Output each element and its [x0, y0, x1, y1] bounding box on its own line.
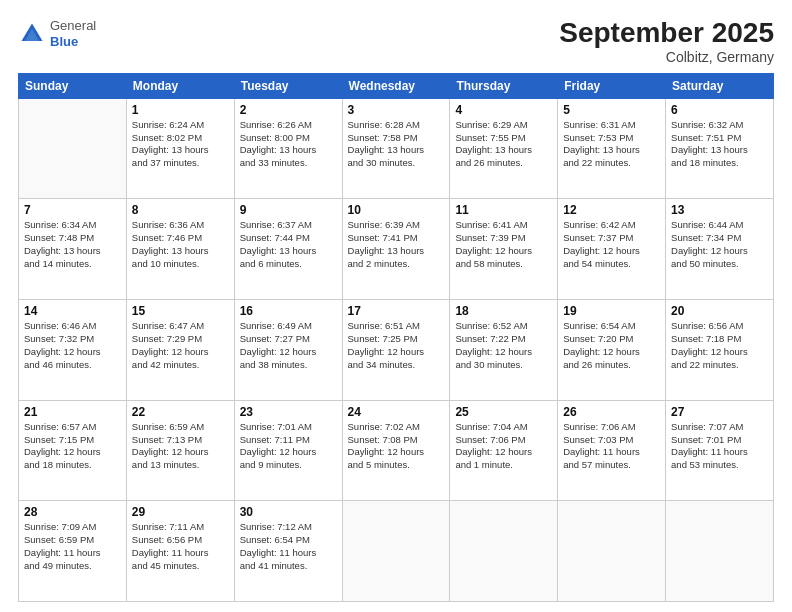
day-info: Sunrise: 6:46 AMSunset: 7:32 PMDaylight:… — [24, 320, 121, 371]
day-info: Sunrise: 6:26 AMSunset: 8:00 PMDaylight:… — [240, 119, 337, 170]
day-info: Sunrise: 6:39 AMSunset: 7:41 PMDaylight:… — [348, 219, 445, 270]
day-info: Sunrise: 6:47 AMSunset: 7:29 PMDaylight:… — [132, 320, 229, 371]
calendar-day-cell: 29Sunrise: 7:11 AMSunset: 6:56 PMDayligh… — [126, 501, 234, 602]
calendar-day-cell: 8Sunrise: 6:36 AMSunset: 7:46 PMDaylight… — [126, 199, 234, 300]
day-info: Sunrise: 6:29 AMSunset: 7:55 PMDaylight:… — [455, 119, 552, 170]
calendar-day-cell: 15Sunrise: 6:47 AMSunset: 7:29 PMDayligh… — [126, 300, 234, 401]
calendar-header-friday: Friday — [558, 73, 666, 98]
calendar-day-cell: 5Sunrise: 6:31 AMSunset: 7:53 PMDaylight… — [558, 98, 666, 199]
header: General Blue September 2025 Colbitz, Ger… — [18, 18, 774, 65]
day-number: 24 — [348, 405, 445, 419]
day-info: Sunrise: 6:57 AMSunset: 7:15 PMDaylight:… — [24, 421, 121, 472]
day-number: 26 — [563, 405, 660, 419]
calendar-table: SundayMondayTuesdayWednesdayThursdayFrid… — [18, 73, 774, 602]
day-number: 27 — [671, 405, 768, 419]
calendar-day-cell: 27Sunrise: 7:07 AMSunset: 7:01 PMDayligh… — [666, 400, 774, 501]
calendar-day-cell: 4Sunrise: 6:29 AMSunset: 7:55 PMDaylight… — [450, 98, 558, 199]
day-number: 22 — [132, 405, 229, 419]
day-info: Sunrise: 6:44 AMSunset: 7:34 PMDaylight:… — [671, 219, 768, 270]
calendar-day-cell: 19Sunrise: 6:54 AMSunset: 7:20 PMDayligh… — [558, 300, 666, 401]
calendar-empty-cell — [558, 501, 666, 602]
day-number: 18 — [455, 304, 552, 318]
calendar-day-cell: 10Sunrise: 6:39 AMSunset: 7:41 PMDayligh… — [342, 199, 450, 300]
day-number: 5 — [563, 103, 660, 117]
day-number: 30 — [240, 505, 337, 519]
calendar-day-cell: 30Sunrise: 7:12 AMSunset: 6:54 PMDayligh… — [234, 501, 342, 602]
day-number: 8 — [132, 203, 229, 217]
day-info: Sunrise: 6:59 AMSunset: 7:13 PMDaylight:… — [132, 421, 229, 472]
day-info: Sunrise: 6:36 AMSunset: 7:46 PMDaylight:… — [132, 219, 229, 270]
day-number: 12 — [563, 203, 660, 217]
day-number: 1 — [132, 103, 229, 117]
day-info: Sunrise: 6:54 AMSunset: 7:20 PMDaylight:… — [563, 320, 660, 371]
day-number: 13 — [671, 203, 768, 217]
day-info: Sunrise: 7:02 AMSunset: 7:08 PMDaylight:… — [348, 421, 445, 472]
calendar-day-cell: 21Sunrise: 6:57 AMSunset: 7:15 PMDayligh… — [19, 400, 127, 501]
day-info: Sunrise: 6:32 AMSunset: 7:51 PMDaylight:… — [671, 119, 768, 170]
day-number: 2 — [240, 103, 337, 117]
day-info: Sunrise: 7:06 AMSunset: 7:03 PMDaylight:… — [563, 421, 660, 472]
calendar-day-cell: 3Sunrise: 6:28 AMSunset: 7:58 PMDaylight… — [342, 98, 450, 199]
calendar-day-cell: 11Sunrise: 6:41 AMSunset: 7:39 PMDayligh… — [450, 199, 558, 300]
location: Colbitz, Germany — [559, 49, 774, 65]
page: General Blue September 2025 Colbitz, Ger… — [0, 0, 792, 612]
day-number: 17 — [348, 304, 445, 318]
day-number: 14 — [24, 304, 121, 318]
calendar-day-cell: 26Sunrise: 7:06 AMSunset: 7:03 PMDayligh… — [558, 400, 666, 501]
day-number: 7 — [24, 203, 121, 217]
calendar-empty-cell — [19, 98, 127, 199]
day-number: 23 — [240, 405, 337, 419]
day-number: 25 — [455, 405, 552, 419]
calendar-header-row: SundayMondayTuesdayWednesdayThursdayFrid… — [19, 73, 774, 98]
calendar-day-cell: 6Sunrise: 6:32 AMSunset: 7:51 PMDaylight… — [666, 98, 774, 199]
calendar-day-cell: 28Sunrise: 7:09 AMSunset: 6:59 PMDayligh… — [19, 501, 127, 602]
day-info: Sunrise: 7:09 AMSunset: 6:59 PMDaylight:… — [24, 521, 121, 572]
day-info: Sunrise: 6:42 AMSunset: 7:37 PMDaylight:… — [563, 219, 660, 270]
day-number: 15 — [132, 304, 229, 318]
day-number: 29 — [132, 505, 229, 519]
calendar-day-cell: 25Sunrise: 7:04 AMSunset: 7:06 PMDayligh… — [450, 400, 558, 501]
day-info: Sunrise: 7:11 AMSunset: 6:56 PMDaylight:… — [132, 521, 229, 572]
calendar-week-row: 14Sunrise: 6:46 AMSunset: 7:32 PMDayligh… — [19, 300, 774, 401]
calendar-day-cell: 14Sunrise: 6:46 AMSunset: 7:32 PMDayligh… — [19, 300, 127, 401]
day-info: Sunrise: 6:52 AMSunset: 7:22 PMDaylight:… — [455, 320, 552, 371]
day-number: 28 — [24, 505, 121, 519]
calendar-day-cell: 7Sunrise: 6:34 AMSunset: 7:48 PMDaylight… — [19, 199, 127, 300]
title-block: September 2025 Colbitz, Germany — [559, 18, 774, 65]
calendar-day-cell: 12Sunrise: 6:42 AMSunset: 7:37 PMDayligh… — [558, 199, 666, 300]
calendar-header-monday: Monday — [126, 73, 234, 98]
calendar-header-sunday: Sunday — [19, 73, 127, 98]
calendar-day-cell: 23Sunrise: 7:01 AMSunset: 7:11 PMDayligh… — [234, 400, 342, 501]
day-info: Sunrise: 6:34 AMSunset: 7:48 PMDaylight:… — [24, 219, 121, 270]
day-number: 6 — [671, 103, 768, 117]
day-number: 11 — [455, 203, 552, 217]
day-number: 16 — [240, 304, 337, 318]
day-number: 10 — [348, 203, 445, 217]
day-info: Sunrise: 6:31 AMSunset: 7:53 PMDaylight:… — [563, 119, 660, 170]
calendar-day-cell: 1Sunrise: 6:24 AMSunset: 8:02 PMDaylight… — [126, 98, 234, 199]
calendar-day-cell: 13Sunrise: 6:44 AMSunset: 7:34 PMDayligh… — [666, 199, 774, 300]
calendar-day-cell: 20Sunrise: 6:56 AMSunset: 7:18 PMDayligh… — [666, 300, 774, 401]
calendar-week-row: 7Sunrise: 6:34 AMSunset: 7:48 PMDaylight… — [19, 199, 774, 300]
calendar-day-cell: 22Sunrise: 6:59 AMSunset: 7:13 PMDayligh… — [126, 400, 234, 501]
calendar-day-cell: 9Sunrise: 6:37 AMSunset: 7:44 PMDaylight… — [234, 199, 342, 300]
logo: General Blue — [18, 18, 96, 49]
calendar-week-row: 28Sunrise: 7:09 AMSunset: 6:59 PMDayligh… — [19, 501, 774, 602]
day-info: Sunrise: 6:56 AMSunset: 7:18 PMDaylight:… — [671, 320, 768, 371]
day-info: Sunrise: 6:41 AMSunset: 7:39 PMDaylight:… — [455, 219, 552, 270]
day-number: 3 — [348, 103, 445, 117]
day-info: Sunrise: 7:01 AMSunset: 7:11 PMDaylight:… — [240, 421, 337, 472]
calendar-empty-cell — [666, 501, 774, 602]
day-number: 4 — [455, 103, 552, 117]
day-info: Sunrise: 6:51 AMSunset: 7:25 PMDaylight:… — [348, 320, 445, 371]
logo-text: General Blue — [50, 18, 96, 49]
day-number: 19 — [563, 304, 660, 318]
calendar-day-cell: 16Sunrise: 6:49 AMSunset: 7:27 PMDayligh… — [234, 300, 342, 401]
day-info: Sunrise: 7:07 AMSunset: 7:01 PMDaylight:… — [671, 421, 768, 472]
day-number: 20 — [671, 304, 768, 318]
calendar-week-row: 21Sunrise: 6:57 AMSunset: 7:15 PMDayligh… — [19, 400, 774, 501]
calendar-header-thursday: Thursday — [450, 73, 558, 98]
calendar-day-cell: 24Sunrise: 7:02 AMSunset: 7:08 PMDayligh… — [342, 400, 450, 501]
day-info: Sunrise: 7:04 AMSunset: 7:06 PMDaylight:… — [455, 421, 552, 472]
day-info: Sunrise: 6:49 AMSunset: 7:27 PMDaylight:… — [240, 320, 337, 371]
